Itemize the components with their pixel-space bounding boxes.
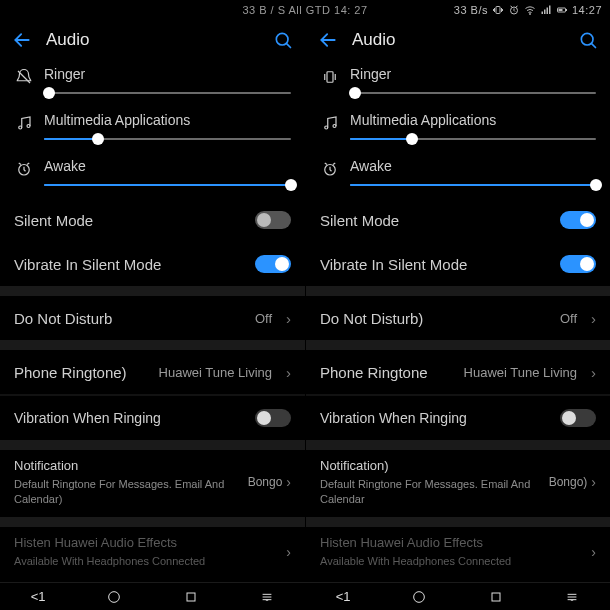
ringer-slider-row[interactable]: Ringer xyxy=(0,60,305,106)
silent-mode-label: Silent Mode xyxy=(320,212,550,229)
header-right: Audio xyxy=(306,20,610,60)
alarm-icon xyxy=(15,160,33,178)
battery-icon xyxy=(556,4,568,16)
nav-back-text-2[interactable]: <1 xyxy=(330,588,356,606)
ringtone-row[interactable]: Phone Ringtone Huawei Tune Living › xyxy=(306,350,610,394)
svg-point-2 xyxy=(529,14,530,15)
vibration-ringing-switch[interactable] xyxy=(255,409,291,427)
nav-recent-icon[interactable] xyxy=(178,588,204,606)
dnd-value: Off xyxy=(255,311,272,326)
multimedia-label: Multimedia Applications xyxy=(350,112,596,128)
vibrate-silent-switch[interactable] xyxy=(560,255,596,273)
multimedia-slider-row[interactable]: Multimedia Applications xyxy=(306,106,610,152)
back-icon[interactable] xyxy=(12,30,32,50)
nav-dropdown-icon[interactable] xyxy=(254,588,280,606)
svg-point-12 xyxy=(27,125,30,128)
notification-row[interactable]: Notification) Default Ringtone For Messa… xyxy=(306,450,610,517)
svg-rect-20 xyxy=(187,593,195,601)
divider xyxy=(306,340,610,350)
music-note-icon xyxy=(321,114,339,132)
status-right: 33 B/s 14:27 xyxy=(454,4,602,16)
divider xyxy=(0,340,305,350)
dnd-value: Off xyxy=(560,311,577,326)
awake-slider-row[interactable]: Awake xyxy=(306,152,610,198)
histen-desc: Available With Headphones Connected xyxy=(320,554,591,569)
status-center-text: 33 B / S All GTD 14: 27 xyxy=(242,4,367,16)
multimedia-track[interactable] xyxy=(350,138,596,140)
awake-track[interactable] xyxy=(350,184,596,186)
chevron-right-icon: › xyxy=(286,364,291,381)
chevron-right-icon: › xyxy=(591,310,596,327)
nav-recent-icon-2[interactable] xyxy=(483,588,509,606)
chevron-right-icon: › xyxy=(591,544,596,560)
svg-rect-8 xyxy=(558,9,562,11)
signal-icon xyxy=(540,4,552,16)
pane-left: Audio Ringer Multimedia Applications xyxy=(0,20,305,582)
silent-mode-row[interactable]: Silent Mode xyxy=(0,198,305,242)
dnd-row[interactable]: Do Not Disturb) Off › xyxy=(306,296,610,340)
ringtone-label: Phone Ringtone) xyxy=(14,364,149,381)
silent-mode-switch[interactable] xyxy=(255,211,291,229)
awake-track[interactable] xyxy=(44,184,291,186)
nav-back-text[interactable]: <1 xyxy=(25,588,51,606)
ringer-track[interactable] xyxy=(350,92,596,94)
nav-home-icon-2[interactable] xyxy=(406,588,432,606)
search-icon[interactable] xyxy=(273,30,293,50)
divider xyxy=(306,440,610,450)
vibrate-icon xyxy=(321,68,339,86)
vibration-ringing-switch[interactable] xyxy=(560,409,596,427)
divider xyxy=(0,286,305,296)
chevron-right-icon: › xyxy=(286,310,291,327)
back-icon[interactable] xyxy=(318,30,338,50)
dnd-label: Do Not Disturb xyxy=(14,310,245,327)
notification-row[interactable]: Notification Default Ringtone For Messag… xyxy=(0,450,305,517)
ringtone-label: Phone Ringtone xyxy=(320,364,454,381)
vibrate-silent-row[interactable]: Vibrate In Silent Mode xyxy=(0,242,305,286)
awake-slider-row[interactable]: Awake xyxy=(0,152,305,198)
page-title: Audio xyxy=(352,30,564,50)
notification-desc: Default Ringtone For Messages. Email And… xyxy=(320,477,549,507)
notification-value: Bongo) xyxy=(549,475,588,489)
ringtone-row[interactable]: Phone Ringtone) Huawei Tune Living › xyxy=(0,350,305,394)
svg-rect-0 xyxy=(496,7,500,14)
search-icon[interactable] xyxy=(578,30,598,50)
silent-mode-switch[interactable] xyxy=(560,211,596,229)
svg-rect-22 xyxy=(492,593,500,601)
histen-row: Histen Huawei Audio Effects Available Wi… xyxy=(306,527,610,579)
vibrate-silent-switch[interactable] xyxy=(255,255,291,273)
dnd-row[interactable]: Do Not Disturb Off › xyxy=(0,296,305,340)
alarm-icon xyxy=(508,4,520,16)
vibrate-icon xyxy=(492,4,504,16)
pane-right: Audio Ringer Multimedia Applications xyxy=(305,20,610,582)
nav-home-icon[interactable] xyxy=(101,588,127,606)
divider xyxy=(0,440,305,450)
multimedia-track[interactable] xyxy=(44,138,291,140)
multimedia-label: Multimedia Applications xyxy=(44,112,291,128)
ringer-label: Ringer xyxy=(44,66,291,82)
ringer-track[interactable] xyxy=(44,92,291,94)
divider xyxy=(0,517,305,527)
ringtone-value: Huawei Tune Living xyxy=(159,365,272,380)
wifi-icon xyxy=(524,4,536,16)
ringer-slider-row[interactable]: Ringer xyxy=(306,60,610,106)
vibrate-silent-row[interactable]: Vibrate In Silent Mode xyxy=(306,242,610,286)
nav-dropdown-icon-2[interactable] xyxy=(559,588,585,606)
multimedia-slider-row[interactable]: Multimedia Applications xyxy=(0,106,305,152)
awake-label: Awake xyxy=(350,158,596,174)
histen-desc: Available With Headphones Connected xyxy=(14,554,286,569)
vibration-ringing-row[interactable]: Vibration When Ringing xyxy=(306,396,610,440)
silent-mode-row[interactable]: Silent Mode xyxy=(306,198,610,242)
page-title: Audio xyxy=(46,30,259,50)
chevron-right-icon: › xyxy=(286,544,291,560)
svg-rect-4 xyxy=(544,10,546,15)
vibrate-silent-label: Vibrate In Silent Mode xyxy=(14,256,245,273)
status-time: 14:27 xyxy=(572,4,602,16)
svg-point-16 xyxy=(325,126,328,129)
notification-value: Bongo xyxy=(248,475,283,489)
vibration-ringing-label: Vibration When Ringing xyxy=(320,410,550,426)
chevron-right-icon: › xyxy=(286,474,291,490)
svg-point-19 xyxy=(109,591,120,602)
vibration-ringing-row[interactable]: Vibration When Ringing xyxy=(0,396,305,440)
music-note-icon xyxy=(15,114,33,132)
histen-row: Histen Huawei Audio Effects Available Wi… xyxy=(0,527,305,579)
